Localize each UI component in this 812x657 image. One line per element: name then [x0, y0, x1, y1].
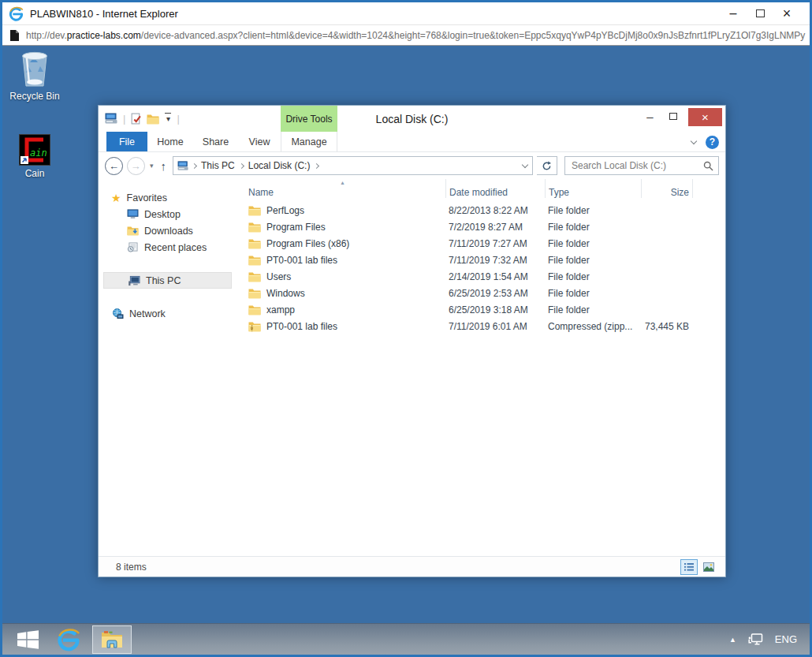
taskbar-ie-button[interactable] [48, 625, 89, 655]
details-view-button[interactable] [680, 559, 698, 575]
breadcrumb-current[interactable]: Local Disk (C:) [247, 160, 312, 171]
breadcrumb-separator-icon [192, 162, 197, 168]
search-input[interactable] [570, 159, 703, 172]
file-name: PerfLogs [266, 205, 304, 216]
file-explorer-icon [101, 630, 123, 649]
taskbar-file-explorer-button[interactable] [92, 625, 132, 654]
page-icon [9, 29, 20, 42]
file-row-program-files-x86[interactable]: Program Files (x86) 7/11/2019 7:27 AM Fi… [235, 235, 725, 252]
cain-icon: ain [19, 134, 50, 166]
file-modified: 6/25/2019 2:53 AM [445, 288, 545, 299]
folder-icon [248, 255, 261, 266]
file-row-perflogs[interactable]: PerfLogs 8/22/2013 8:22 AM File folder [235, 202, 725, 218]
refresh-button[interactable] [537, 156, 557, 175]
sidebar-item-recent-places[interactable]: Recent places [99, 239, 235, 256]
show-hidden-icons-button[interactable]: ▲ [729, 636, 736, 644]
tab-share[interactable]: Share [193, 132, 238, 151]
back-button[interactable]: ← [105, 157, 123, 175]
ie-address-bar[interactable]: http://dev.practice-labs.com/device-adva… [2, 24, 810, 46]
desktop-icon [127, 209, 139, 219]
this-pc-icon [177, 161, 189, 171]
maximize-icon [669, 113, 677, 120]
file-type: File folder [545, 255, 641, 266]
desktop-icon-label: Recycle Bin [9, 91, 59, 102]
ie-close-button[interactable]: × [773, 8, 800, 19]
sidebar-item-network[interactable]: Network [99, 305, 235, 322]
desktop-icon-recycle-bin[interactable]: Recycle Bin [4, 50, 65, 102]
file-name: PT0-001 lab files [266, 255, 337, 266]
network-icon [111, 308, 124, 319]
tab-view[interactable]: View [238, 132, 281, 151]
this-pc-icon [128, 275, 140, 286]
start-button[interactable] [7, 625, 48, 655]
refresh-icon [542, 161, 552, 171]
breadcrumb-this-pc[interactable]: This PC [199, 160, 237, 171]
folder-icon [248, 222, 261, 233]
forward-button[interactable]: ← [127, 157, 145, 175]
explorer-window-title: Local Disk (C:) [99, 106, 725, 132]
column-header-size[interactable]: Size [641, 179, 692, 198]
column-header-date-modified[interactable]: Date modified [445, 179, 545, 198]
language-indicator[interactable]: ENG [775, 633, 797, 645]
file-row-windows[interactable]: Windows 6/25/2019 2:53 AM File folder [235, 285, 725, 301]
file-name: Program Files (x86) [266, 238, 349, 249]
ie-titlebar: PLABWIN810 - Internet Explorer – × [2, 2, 810, 24]
network-tray-icon[interactable] [748, 633, 763, 645]
ie-minimize-button[interactable]: – [720, 9, 747, 17]
drive-tools-contextual-tab[interactable]: Drive Tools [281, 106, 337, 132]
ie-window-controls: – × [720, 6, 800, 21]
column-header-name[interactable]: Name [235, 187, 445, 198]
explorer-close-button[interactable]: × [688, 108, 722, 126]
favorites-star-icon: ★ [111, 192, 121, 203]
internet-explorer-icon [57, 628, 80, 651]
file-rows: PerfLogs 8/22/2013 8:22 AM File folder P… [235, 202, 725, 556]
tab-file[interactable]: File [106, 132, 147, 151]
up-button[interactable]: ↑ [161, 159, 167, 173]
explorer-minimize-button[interactable]: – [639, 114, 661, 120]
file-row-pt0-001-lab-files-zip[interactable]: PT0-001 lab files 7/11/2019 6:01 AM Comp… [235, 318, 725, 334]
file-type: File folder [545, 288, 641, 299]
file-modified: 7/2/2019 8:27 AM [445, 222, 545, 233]
file-row-users[interactable]: Users 2/14/2019 1:54 AM File folder [235, 268, 725, 285]
column-header-type[interactable]: Type [545, 179, 641, 198]
help-button[interactable]: ? [706, 136, 719, 149]
sidebar-item-desktop[interactable]: Desktop [99, 206, 235, 222]
expand-ribbon-icon[interactable] [691, 137, 697, 144]
computer-icon[interactable] [105, 113, 118, 125]
ie-maximize-button[interactable] [747, 6, 773, 21]
file-type: File folder [545, 222, 641, 233]
folder-icon [248, 304, 261, 315]
new-folder-button-icon[interactable] [147, 114, 159, 125]
file-row-xampp[interactable]: xampp 6/25/2019 3:18 AM File folder [235, 301, 725, 318]
properties-button-icon[interactable] [130, 113, 142, 125]
sidebar-item-label: Network [129, 308, 166, 319]
sidebar-item-label: Downloads [144, 226, 193, 237]
file-modified: 6/25/2019 3:18 AM [445, 304, 545, 315]
sidebar-item-favorites[interactable]: ★ Favorites [99, 189, 235, 206]
file-name: Windows [266, 288, 305, 299]
file-name: xampp [266, 304, 295, 315]
search-box[interactable] [564, 156, 719, 175]
sort-ascending-icon: ▲ [340, 180, 345, 185]
customize-toolbar-dropdown-icon[interactable]: ▾ [164, 116, 172, 122]
file-row-pt0-001-lab-files[interactable]: PT0-001 lab files 7/11/2019 7:32 AM File… [235, 252, 725, 268]
desktop-icon-label: Cain [25, 168, 45, 179]
file-row-program-files[interactable]: Program Files 7/2/2019 8:27 AM File fold… [235, 218, 725, 235]
tab-home[interactable]: Home [147, 132, 193, 151]
recent-locations-dropdown-icon[interactable]: ▾ [150, 162, 154, 170]
thumbnail-view-button[interactable] [700, 559, 717, 575]
thumbnail-view-icon [703, 562, 714, 572]
desktop[interactable]: Recycle Bin ain Cain [2, 46, 810, 623]
sidebar-item-label: This PC [146, 275, 181, 286]
address-dropdown-icon[interactable] [522, 161, 528, 167]
folder-icon [248, 271, 261, 282]
explorer-maximize-button[interactable] [661, 111, 684, 122]
tab-manage[interactable]: Manage [281, 132, 337, 151]
explorer-titlebar: | ▾ | Drive Tools Local Disk (C:) – [99, 106, 725, 132]
file-type: File folder [545, 238, 641, 249]
sidebar-item-downloads[interactable]: Downloads [99, 222, 235, 239]
desktop-icon-cain[interactable]: ain Cain [4, 134, 65, 179]
sidebar-item-this-pc[interactable]: This PC [103, 272, 232, 289]
windows-logo-icon [17, 630, 39, 649]
address-breadcrumb-bar[interactable]: This PC Local Disk (C:) [173, 156, 533, 175]
